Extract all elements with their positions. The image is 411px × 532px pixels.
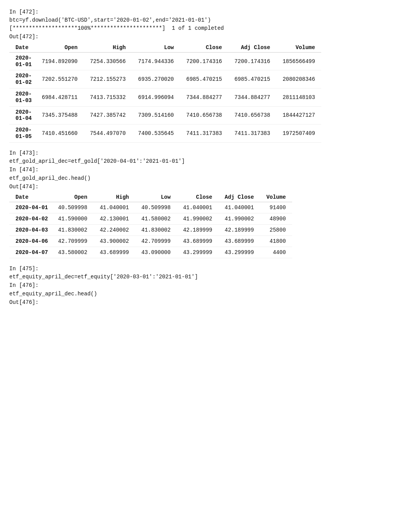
data-cell: 4400	[260, 247, 292, 258]
data-cell: 43.689999	[177, 235, 219, 247]
data-cell: 6985.470215	[228, 70, 276, 89]
data-cell: 42.709999	[52, 235, 94, 247]
table-row: 2020-04-0241.59000042.13000141.58000241.…	[9, 213, 292, 224]
input-label-472: In [472]:	[9, 8, 402, 16]
data-cell: 7400.535645	[132, 124, 180, 143]
date-cell: 2020-01-03	[9, 88, 36, 106]
cell-473: In [473]: etf_gold_april_dec=etf_gold['2…	[9, 149, 402, 165]
output-label-476: Out[476]:	[9, 298, 402, 307]
col-header-low-472: Low	[132, 43, 180, 53]
data-cell: 41.040001	[219, 202, 260, 213]
data-cell: 7200.174316	[180, 52, 228, 70]
output-label-474: Out[474]:	[9, 182, 402, 191]
table-474: Date Open High Low Close Adj Close Volum…	[9, 193, 292, 258]
data-cell: 25800	[260, 224, 292, 235]
data-cell: 41.040001	[177, 202, 219, 213]
data-cell: 41.990002	[177, 213, 219, 224]
data-cell: 7410.656738	[228, 106, 276, 124]
data-cell: 7413.715332	[84, 88, 132, 106]
date-cell: 2020-01-01	[9, 52, 36, 70]
table-row: 2020-01-057410.4516607544.4970707400.535…	[9, 124, 321, 143]
col-header-high-472: High	[84, 43, 132, 53]
table-row: 2020-04-0642.70999943.90000242.70999943.…	[9, 235, 292, 247]
data-cell: 43.900002	[94, 235, 135, 247]
data-cell: 41.580002	[135, 213, 177, 224]
data-cell: 7427.385742	[84, 106, 132, 124]
code-line-474-0: etf_gold_april_dec.head()	[9, 174, 402, 182]
input-label-476: In [476]:	[9, 281, 402, 290]
data-cell: 1972507409	[276, 124, 321, 143]
data-cell: 41.040001	[94, 202, 135, 213]
data-cell: 40.509998	[52, 202, 94, 213]
data-cell: 6935.270020	[132, 70, 180, 89]
data-cell: 41.590000	[52, 213, 94, 224]
data-cell: 7411.317383	[228, 124, 276, 143]
data-cell: 7254.330566	[84, 52, 132, 70]
col-header-high-474: High	[94, 193, 135, 202]
input-label-475: In [475]:	[9, 264, 402, 273]
data-cell: 42.189999	[177, 224, 219, 235]
data-cell: 7344.884277	[180, 88, 228, 106]
data-cell: 7309.514160	[132, 106, 180, 124]
date-cell: 2020-01-04	[9, 106, 36, 124]
data-cell: 91400	[260, 202, 292, 213]
col-header-open-472: Open	[36, 43, 84, 53]
col-header-volume-472: Volume	[276, 43, 321, 53]
dataframe-474: Date Open High Low Close Adj Close Volum…	[9, 193, 402, 258]
date-cell: 2020-04-06	[9, 235, 52, 247]
table-row: 2020-04-0341.83000242.24000241.83000242.…	[9, 224, 292, 235]
col-header-open-474: Open	[52, 193, 94, 202]
data-cell: 41.830002	[52, 224, 94, 235]
data-cell: 43.299999	[177, 247, 219, 258]
data-cell: 43.689999	[219, 235, 260, 247]
col-header-close-472: Close	[180, 43, 228, 53]
col-header-date-472: Date	[9, 43, 36, 53]
data-cell: 7202.551270	[36, 70, 84, 89]
table-row: 2020-04-0743.58000243.68999943.09000043.…	[9, 247, 292, 258]
output-label-472: Out[472]:	[9, 32, 402, 41]
data-cell: 41.830002	[135, 224, 177, 235]
data-cell: 7544.497070	[84, 124, 132, 143]
col-header-date-474: Date	[9, 193, 52, 202]
col-header-adjclose-472: Adj Close	[228, 43, 276, 53]
dataframe-472: Date Open High Low Close Adj Close Volum…	[9, 43, 402, 143]
data-cell: 43.689999	[94, 247, 135, 258]
data-cell: 6914.996094	[132, 88, 180, 106]
input-label-474: In [474]:	[9, 165, 402, 174]
data-cell: 1844427127	[276, 106, 321, 124]
cell-475: In [475]: etf_equity_april_dec=etf_equit…	[9, 264, 402, 281]
data-cell: 7344.884277	[228, 88, 276, 106]
date-cell: 2020-04-07	[9, 247, 52, 258]
table-row: 2020-01-047345.3754887427.3857427309.514…	[9, 106, 321, 124]
code-line-473-0: etf_gold_april_dec=etf_gold['2020-04-01'…	[9, 157, 402, 165]
data-cell: 48900	[260, 213, 292, 224]
table-row: 2020-01-017194.8920907254.3305667174.944…	[9, 52, 321, 70]
data-cell: 7410.656738	[180, 106, 228, 124]
data-cell: 42.709999	[135, 235, 177, 247]
date-cell: 2020-04-02	[9, 213, 52, 224]
col-header-close-474: Close	[177, 193, 219, 202]
data-cell: 7212.155273	[84, 70, 132, 89]
code-line-472-1: [********************100%***************…	[9, 24, 402, 32]
table-row: 2020-01-036984.4287117413.7153326914.996…	[9, 88, 321, 106]
data-cell: 6984.428711	[36, 88, 84, 106]
table-row: 2020-01-027202.5512707212.1552736935.270…	[9, 70, 321, 89]
data-cell: 43.299999	[219, 247, 260, 258]
data-cell: 41.990002	[219, 213, 260, 224]
col-header-adjclose-474: Adj Close	[219, 193, 260, 202]
data-cell: 7174.944336	[132, 52, 180, 70]
table-row: 2020-04-0140.50999841.04000140.50999841.…	[9, 202, 292, 213]
input-label-473: In [473]:	[9, 149, 402, 157]
col-header-volume-474: Volume	[260, 193, 292, 202]
data-cell: 43.090000	[135, 247, 177, 258]
data-cell: 7345.375488	[36, 106, 84, 124]
data-cell: 41800	[260, 235, 292, 247]
code-line-476-0: etf_equity_april_dec.head()	[9, 290, 402, 298]
data-cell: 42.189999	[219, 224, 260, 235]
cell-476: In [476]: etf_equity_april_dec.head() Ou…	[9, 281, 402, 307]
data-cell: 40.509998	[135, 202, 177, 213]
date-cell: 2020-04-03	[9, 224, 52, 235]
cell-472: In [472]: btc=yf.download('BTC-USD',star…	[9, 8, 402, 143]
cell-474: In [474]: etf_gold_april_dec.head() Out[…	[9, 165, 402, 258]
date-cell: 2020-01-05	[9, 124, 36, 143]
